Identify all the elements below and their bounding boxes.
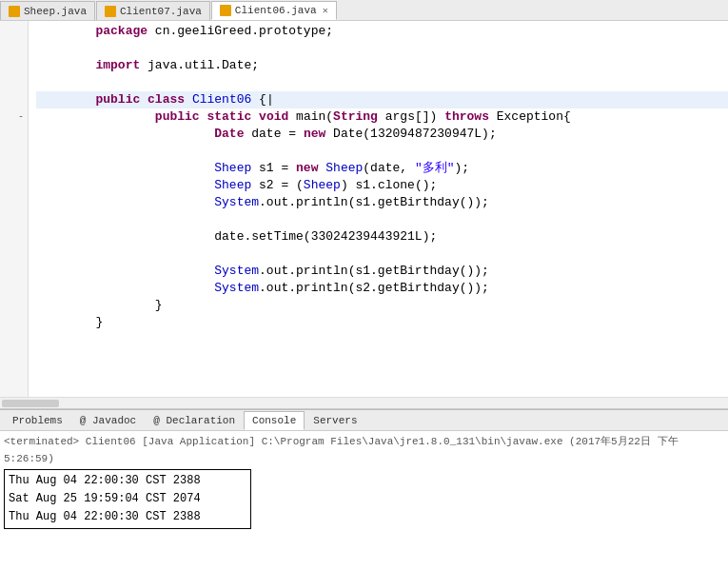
panel-tab-bar: Problems @ Javadoc @ Declaration Console… <box>0 410 728 431</box>
code-line: package cn.geeliGreed.prototype; <box>36 23 728 40</box>
code-line: System.out.println(s2.getBirthday()); <box>36 280 728 297</box>
tab-label: Servers <box>313 415 357 426</box>
code-line <box>36 246 728 263</box>
file-icon <box>105 6 116 17</box>
file-icon <box>220 5 231 16</box>
console-line-3: Thu Aug 04 22:00:30 CST 2388 <box>9 508 246 526</box>
code-line <box>36 40 728 57</box>
code-line: import java.util.Date; <box>36 57 728 74</box>
tab-label: Console <box>252 415 296 426</box>
tab-label: @ Javadoc <box>80 415 136 426</box>
horizontal-scrollbar[interactable] <box>0 397 728 408</box>
tab-client06-java[interactable]: Client06.java ✕ <box>211 1 337 20</box>
tab-problems[interactable]: Problems <box>4 411 71 430</box>
tab-label: Sheep.java <box>24 6 87 17</box>
bottom-panel: Problems @ Javadoc @ Declaration Console… <box>0 409 728 570</box>
code-line <box>36 211 728 228</box>
console-area: <terminated> Client06 [Java Application]… <box>0 431 728 570</box>
tab-label: Problems <box>12 415 63 426</box>
code-line: Sheep s1 = new Sheep(date, "多利"); <box>36 160 728 177</box>
code-line: public class Client06 {| <box>36 91 728 108</box>
line-gutter: - <box>0 21 29 397</box>
code-line: System.out.println(s1.getBirthday()); <box>36 263 728 280</box>
console-line-2: Sat Aug 25 19:59:04 CST 2074 <box>9 490 246 508</box>
console-header: <terminated> Client06 [Java Application]… <box>4 433 724 467</box>
tab-bar: Sheep.java Client07.java Client06.java ✕ <box>0 0 728 21</box>
code-area: - package cn.geeliGreed.prototype; im <box>0 21 728 397</box>
tab-servers[interactable]: Servers <box>305 411 365 430</box>
code-line: } <box>36 297 728 314</box>
tab-label: Client07.java <box>120 6 202 17</box>
tab-declaration[interactable]: @ Declaration <box>145 411 244 430</box>
code-line: System.out.println(s1.getBirthday()); <box>36 194 728 211</box>
code-line: Sheep s2 = (Sheep) s1.clone(); <box>36 177 728 194</box>
editor-container: Sheep.java Client07.java Client06.java ✕… <box>0 0 728 409</box>
console-line-1: Thu Aug 04 22:00:30 CST 2388 <box>9 472 246 490</box>
code-line: date.setTime(33024239443921L); <box>36 228 728 246</box>
tab-client07-java[interactable]: Client07.java <box>96 1 210 20</box>
tab-label: Client06.java <box>235 5 317 16</box>
console-output: Thu Aug 04 22:00:30 CST 2388 Sat Aug 25 … <box>4 469 251 529</box>
tab-console[interactable]: Console <box>244 411 305 430</box>
code-line: } <box>36 314 728 331</box>
tab-sheep-java[interactable]: Sheep.java <box>0 1 95 20</box>
code-line <box>36 143 728 160</box>
code-line <box>36 74 728 91</box>
tab-label: @ Declaration <box>153 415 235 426</box>
tab-close-icon[interactable]: ✕ <box>323 5 328 16</box>
file-icon <box>9 6 20 17</box>
code-editor[interactable]: package cn.geeliGreed.prototype; import … <box>29 21 728 397</box>
code-line: Date date = new Date(13209487230947L); <box>36 126 728 143</box>
code-line: public static void main(String args[]) t… <box>36 108 728 126</box>
tab-javadoc[interactable]: @ Javadoc <box>71 411 145 430</box>
scrollbar-thumb[interactable] <box>2 400 59 407</box>
